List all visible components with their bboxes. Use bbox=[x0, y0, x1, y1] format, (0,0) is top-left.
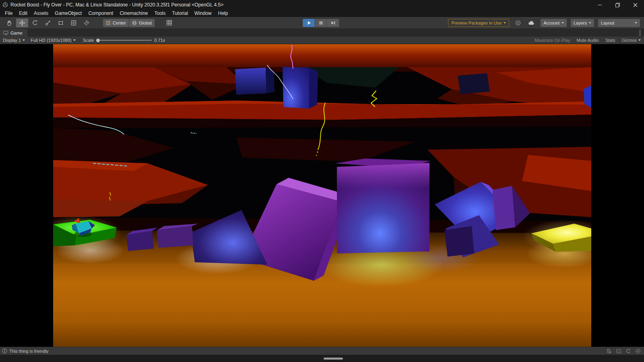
version-control-icon[interactable] bbox=[513, 19, 523, 27]
status-bar[interactable]: This thing is friendly bbox=[0, 347, 644, 355]
gizmos-label: Gizmos bbox=[622, 38, 637, 43]
scale-value: 0.71x bbox=[154, 38, 167, 43]
menu-assets[interactable]: Assets bbox=[31, 10, 52, 16]
progress-check-icon[interactable] bbox=[635, 348, 641, 354]
scale-slider[interactable] bbox=[96, 39, 152, 42]
chevron-down-icon bbox=[638, 39, 641, 41]
menu-cinemachine[interactable]: Cinemachine bbox=[116, 10, 151, 16]
scale-slider-knob[interactable] bbox=[96, 39, 100, 42]
menu-tutorial[interactable]: Tutorial bbox=[169, 10, 192, 16]
info-icon bbox=[2, 348, 7, 354]
menu-edit[interactable]: Edit bbox=[16, 10, 31, 16]
pivot-toggle-button[interactable]: Center bbox=[103, 19, 129, 27]
status-icons bbox=[606, 348, 644, 354]
display-label: Display 1 bbox=[3, 38, 21, 43]
main-toolbar: Center Global Preview Packages in Use bbox=[0, 17, 644, 29]
cloud-icon[interactable] bbox=[527, 19, 537, 27]
tab-game-label: Game bbox=[10, 31, 23, 35]
game-view-toolbar: Display 1 Full HD (1920x1080) Scale 0.71… bbox=[0, 37, 644, 44]
restore-button[interactable] bbox=[609, 0, 626, 10]
account-dropdown[interactable]: Account bbox=[541, 19, 567, 27]
layout-dropdown[interactable]: Layout bbox=[598, 19, 640, 27]
menu-file[interactable]: File bbox=[2, 10, 16, 16]
game-viewport[interactable] bbox=[0, 44, 644, 347]
maximize-on-play-label: Maximize On Play bbox=[535, 38, 570, 43]
custom-tool-button[interactable] bbox=[80, 19, 93, 27]
menu-component[interactable]: Component bbox=[85, 10, 116, 16]
scale-slider-track[interactable] bbox=[96, 40, 152, 41]
menu-window[interactable]: Window bbox=[191, 10, 215, 16]
scale-label: Scale bbox=[83, 38, 94, 43]
window-controls bbox=[591, 0, 644, 10]
status-message: This thing is friendly bbox=[9, 349, 48, 354]
game-view-icon bbox=[3, 30, 8, 35]
play-button[interactable] bbox=[303, 19, 315, 27]
pivot-icon bbox=[106, 21, 111, 25]
toolbar-right: Preview Packages in Use Account Layers L… bbox=[448, 19, 640, 27]
preview-packages-label: Preview Packages in Use bbox=[451, 21, 502, 25]
game-view-toggles: Maximize On Play Mute Audio Stats Gizmos bbox=[531, 37, 644, 44]
tab-game[interactable]: Game bbox=[0, 29, 27, 37]
preview-packages-dropdown[interactable]: Preview Packages in Use bbox=[448, 19, 509, 27]
account-label: Account bbox=[543, 21, 559, 25]
menu-help[interactable]: Help bbox=[215, 10, 231, 16]
resolution-label: Full HD (1920x1080) bbox=[31, 38, 72, 43]
pause-button[interactable] bbox=[315, 19, 327, 27]
stats-label: Stats bbox=[605, 38, 615, 43]
chevron-down-icon bbox=[504, 22, 506, 24]
layout-label: Layout bbox=[601, 21, 614, 25]
bottom-strip bbox=[0, 355, 644, 362]
resolution-dropdown[interactable]: Full HD (1920x1080) bbox=[28, 37, 78, 44]
gizmos-dropdown[interactable]: Gizmos bbox=[619, 37, 644, 44]
refresh-icon[interactable] bbox=[625, 348, 631, 354]
unity-logo-icon bbox=[2, 2, 8, 8]
pivot-label: Center bbox=[113, 21, 126, 25]
stats-toggle[interactable]: Stats bbox=[602, 37, 619, 44]
transform-tools bbox=[3, 19, 93, 27]
console-icon[interactable] bbox=[616, 348, 621, 354]
pivot-orientation-group: Center Global bbox=[103, 19, 155, 27]
window-title: Rocket Boost - Fly Over - PC, Mac & Linu… bbox=[10, 2, 223, 8]
globe-icon bbox=[132, 21, 137, 25]
separator bbox=[79, 38, 80, 43]
rect-tool-button[interactable] bbox=[55, 19, 67, 27]
transform-tool-button[interactable] bbox=[68, 19, 80, 27]
game-render bbox=[53, 44, 591, 347]
mute-audio-label: Mute Audio bbox=[577, 38, 599, 43]
display-dropdown[interactable]: Display 1 bbox=[0, 37, 28, 44]
rotate-tool-button[interactable] bbox=[29, 19, 41, 27]
mute-audio-toggle[interactable]: Mute Audio bbox=[574, 37, 602, 44]
scale-control: Scale 0.71x bbox=[80, 38, 169, 43]
menu-bar: File Edit Assets GameObject Component Ci… bbox=[0, 10, 644, 17]
chevron-down-icon bbox=[23, 39, 25, 41]
chevron-down-icon bbox=[73, 39, 76, 41]
unity-editor-window: Rocket Boost - Fly Over - PC, Mac & Linu… bbox=[0, 0, 644, 362]
play-controls bbox=[303, 19, 339, 27]
layers-dropdown[interactable]: Layers bbox=[571, 19, 594, 27]
maximize-on-play-toggle[interactable]: Maximize On Play bbox=[531, 37, 574, 44]
layers-label: Layers bbox=[574, 21, 587, 25]
chevron-down-icon bbox=[589, 22, 591, 24]
menu-tools[interactable]: Tools bbox=[151, 10, 169, 16]
minimize-button[interactable] bbox=[591, 0, 609, 10]
status-message-area[interactable]: This thing is friendly bbox=[0, 348, 48, 354]
close-button[interactable] bbox=[626, 0, 644, 10]
tab-overflow-menu[interactable] bbox=[638, 29, 642, 37]
taskbar-handle[interactable] bbox=[324, 358, 343, 360]
chevron-down-icon bbox=[635, 22, 637, 24]
scale-tool-button[interactable] bbox=[42, 19, 54, 27]
notifications-muted-icon[interactable] bbox=[606, 348, 612, 354]
step-button[interactable] bbox=[327, 19, 339, 27]
move-tool-button[interactable] bbox=[16, 19, 28, 27]
orientation-toggle-button[interactable]: Global bbox=[129, 19, 155, 27]
chevron-down-icon bbox=[561, 22, 564, 24]
titlebar: Rocket Boost - Fly Over - PC, Mac & Linu… bbox=[0, 0, 644, 10]
tab-bar: Game bbox=[0, 29, 644, 37]
hand-tool-button[interactable] bbox=[3, 19, 15, 27]
grid-snapping-button[interactable] bbox=[163, 19, 175, 27]
menu-gameobject[interactable]: GameObject bbox=[52, 10, 85, 16]
orientation-label: Global bbox=[139, 21, 152, 25]
kebab-menu-icon bbox=[639, 30, 641, 36]
